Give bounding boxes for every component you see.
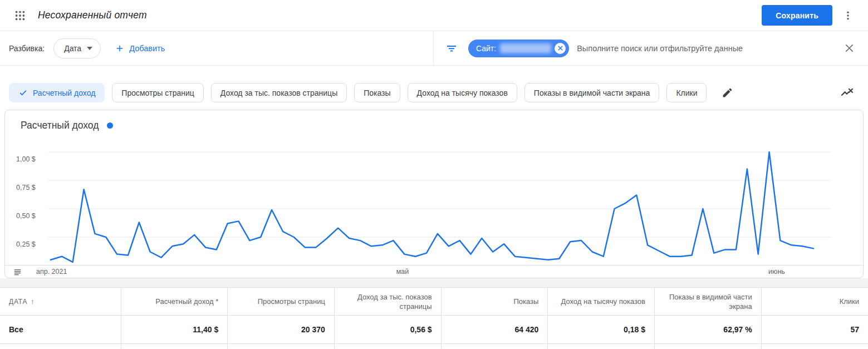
cell-impression-rpm: 0,18 $ xyxy=(548,316,655,344)
table-toggle-icon[interactable] xyxy=(13,267,22,279)
page-title: Несохраненный отчет xyxy=(38,9,147,21)
tab-page-rpm[interactable]: Доход за тыс. показов страницы xyxy=(211,83,347,102)
breakdown-filter-row: Разбивка: Дата Добавить Сайт: xyxy=(0,31,868,66)
tab-impression-rpm[interactable]: Доход на тысячу показов xyxy=(408,83,517,102)
x-axis-label: май xyxy=(396,268,409,276)
svg-text:0,25 $: 0,25 $ xyxy=(16,240,36,248)
tab-active-view-viewable[interactable]: Показы в видимой части экрана xyxy=(524,83,660,102)
tab-label: Показы xyxy=(364,89,390,97)
table-header-row: ДАТА↑ Расчетный доход * Просмотры страни… xyxy=(0,288,868,316)
close-icon[interactable] xyxy=(839,38,859,58)
cell-page-rpm: 0,56 $ xyxy=(334,316,441,344)
search-input[interactable]: Выполните поиск или отфильтруйте данные xyxy=(577,44,839,53)
chart-x-axis: апр. 2021 май июнь xyxy=(5,265,863,278)
redacted-site-name xyxy=(500,43,551,53)
svg-text:1,00 $: 1,00 $ xyxy=(16,155,36,163)
adsense-report-page: Несохраненный отчет Сохранить Разбивка: … xyxy=(0,0,868,349)
filter-list-icon[interactable] xyxy=(443,40,460,57)
tab-page-views[interactable]: Просмотры страниц xyxy=(112,83,203,102)
tab-label: Клики xyxy=(676,89,697,97)
dimension-select-label: Дата xyxy=(64,44,81,53)
filter-chip-site[interactable]: Сайт: xyxy=(468,40,569,57)
column-header-page-views[interactable]: Просмотры страниц xyxy=(228,288,335,316)
column-header-date[interactable]: ДАТА↑ xyxy=(0,288,121,316)
x-axis-label: июнь xyxy=(768,268,785,276)
filter-chip-label: Сайт: xyxy=(476,44,496,53)
cell-active-view: 62,97 % xyxy=(655,316,762,344)
cell-estimated-revenue: 11,40 $ xyxy=(121,316,228,344)
svg-text:0,75 $: 0,75 $ xyxy=(16,184,36,191)
chart-title: Расчетный доход xyxy=(21,120,99,131)
tab-impressions[interactable]: Показы xyxy=(354,83,400,102)
cell-date: Все xyxy=(0,316,121,344)
x-axis-label: апр. 2021 xyxy=(36,268,67,276)
hide-chart-icon[interactable] xyxy=(835,82,859,104)
tab-label: Просмотры страниц xyxy=(121,89,194,97)
column-header-estimated-revenue[interactable]: Расчетный доход * xyxy=(121,288,228,316)
column-header-impressions[interactable]: Показы xyxy=(441,288,548,316)
chart-card: Расчетный доход 0,25 $0,50 $0,75 $1,00 $… xyxy=(4,110,864,278)
column-header-clicks[interactable]: Клики xyxy=(761,288,868,316)
table-row-partial xyxy=(0,344,868,349)
tab-clicks[interactable]: Клики xyxy=(666,83,707,102)
tab-label: Показы в видимой части экрана xyxy=(534,89,650,97)
save-button[interactable]: Сохранить xyxy=(762,5,832,26)
cell-clicks: 57 xyxy=(761,316,868,344)
series-color-dot xyxy=(107,122,113,129)
tab-label: Доход на тысячу показов xyxy=(417,89,508,97)
cell-impressions: 64 420 xyxy=(441,316,548,344)
column-header-page-rpm[interactable]: Доход за тыс. показов страницы xyxy=(334,288,441,316)
chart-header: Расчетный доход xyxy=(21,120,113,131)
check-icon xyxy=(18,88,28,97)
column-header-impression-rpm[interactable]: Доход на тысячу показов xyxy=(548,288,655,316)
tab-label: Расчетный доход xyxy=(33,89,95,97)
metric-tabs-row: Расчетный доход Просмотры страниц Доход … xyxy=(0,66,868,110)
more-options-icon[interactable] xyxy=(837,4,859,27)
column-header-active-view[interactable]: Показы в видимой части экрана xyxy=(655,288,762,316)
report-table: ДАТА↑ Расчетный доход * Просмотры страни… xyxy=(0,287,868,349)
svg-text:0,50 $: 0,50 $ xyxy=(16,212,36,220)
edit-metrics-pencil-icon[interactable] xyxy=(716,82,738,104)
top-app-bar: Несохраненный отчет Сохранить xyxy=(0,0,868,31)
apps-grid-icon[interactable] xyxy=(9,4,31,27)
cell-page-views: 20 370 xyxy=(228,316,335,344)
add-breakdown-button[interactable]: Добавить xyxy=(115,44,165,53)
dimension-select-button[interactable]: Дата xyxy=(53,38,101,58)
table-row-total: Все 11,40 $ 20 370 0,56 $ 64 420 0,18 $ … xyxy=(0,316,868,344)
chevron-down-icon xyxy=(87,47,92,50)
section-divider xyxy=(0,278,868,287)
sort-asc-icon: ↑ xyxy=(31,297,35,306)
tab-label: Доход за тыс. показов страницы xyxy=(220,89,337,97)
chip-remove-icon[interactable] xyxy=(555,43,566,54)
plus-icon xyxy=(115,44,124,53)
breakdown-section: Разбивка: Дата Добавить xyxy=(0,31,433,65)
revenue-line-chart: 0,25 $0,50 $0,75 $1,00 $ xyxy=(5,110,863,266)
tab-estimated-revenue[interactable]: Расчетный доход xyxy=(9,83,105,102)
add-breakdown-label: Добавить xyxy=(129,44,165,53)
breakdown-label: Разбивка: xyxy=(9,44,45,53)
filter-search-section: Сайт: Выполните поиск или отфильтруйте д… xyxy=(433,31,868,65)
